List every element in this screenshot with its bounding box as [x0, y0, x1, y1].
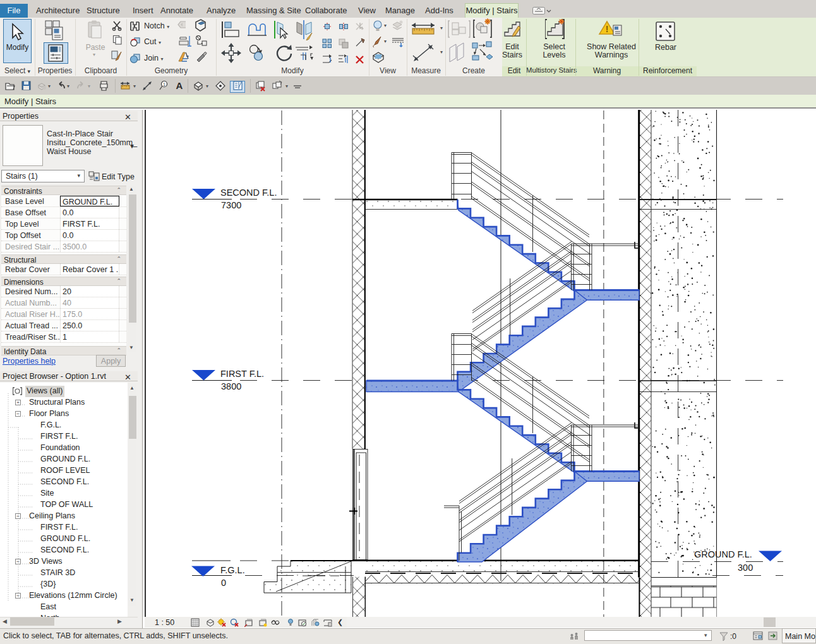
svg-text:!: ! — [606, 24, 609, 34]
svg-text:7300: 7300 — [221, 200, 241, 210]
svg-text:SECOND F.L.: SECOND F.L. — [220, 188, 277, 198]
svg-text:FIRST F.L.: FIRST F.L. — [220, 369, 264, 379]
svg-text:300: 300 — [738, 563, 753, 573]
svg-text:A: A — [176, 80, 183, 91]
svg-text:1: 1 — [163, 82, 165, 86]
svg-text:0: 0 — [221, 578, 226, 588]
svg-text:F.G.L.: F.G.L. — [220, 565, 245, 575]
svg-text:GROUND F.L.: GROUND F.L. — [694, 549, 752, 559]
svg-text:3800: 3800 — [221, 381, 241, 391]
